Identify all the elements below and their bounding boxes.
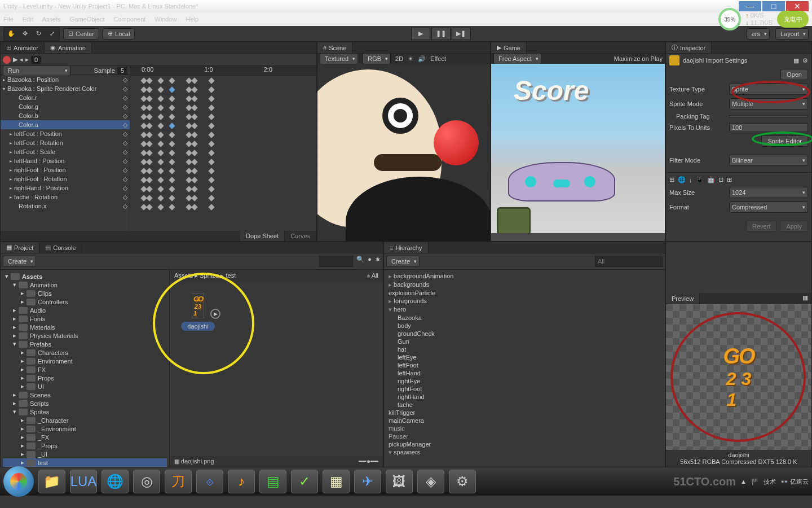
project-grid[interactable]: Assets ▸ Sprites ▸ test ♠ All GO 23 1 ▶ … — [170, 270, 383, 467]
hierarchy-item[interactable]: rightEye — [386, 377, 663, 385]
app8-icon[interactable]: ✈ — [354, 470, 381, 493]
tree-item[interactable]: ▸Physics Materials — [3, 331, 167, 340]
key-track[interactable] — [130, 112, 316, 121]
tree-item[interactable]: ▸Controllers — [3, 297, 167, 306]
clip-dropdown[interactable]: Run — [3, 66, 70, 76]
platform-default-icon[interactable]: ⊞ — [669, 176, 674, 183]
create-dropdown[interactable]: Create — [3, 256, 36, 267]
tree-item[interactable]: ▸_Environment — [3, 424, 167, 433]
light-toggle[interactable]: ☀ — [408, 55, 413, 63]
hierarchy-item[interactable]: hat — [386, 345, 663, 353]
ppu-field[interactable]: 100 — [729, 123, 808, 132]
tree-item[interactable]: ▸test — [3, 458, 167, 467]
key-track[interactable] — [130, 103, 316, 112]
key-track[interactable] — [130, 185, 316, 194]
sprite-editor-button[interactable]: Sprite Editor — [761, 135, 808, 147]
hierarchy-item[interactable]: body — [386, 322, 663, 330]
key-track[interactable] — [130, 167, 316, 176]
move-tool[interactable]: ✥ — [19, 29, 31, 39]
play-button[interactable]: ▶ — [411, 28, 430, 40]
menu-component[interactable]: Component — [113, 16, 145, 23]
tree-item[interactable]: ▸Environment — [3, 357, 167, 365]
step-button[interactable]: ▶❚ — [452, 28, 471, 40]
tab-animation[interactable]: ◉ Animation — [45, 42, 92, 53]
anim-prop-row[interactable]: ▸leftHand : Position◇ — [1, 156, 130, 165]
platform-ios-icon[interactable]: 📱 — [696, 176, 704, 183]
tree-item[interactable]: ▸Characters — [3, 348, 167, 357]
hierarchy-item[interactable]: pickupManager — [386, 440, 663, 448]
game-view[interactable]: Score — [491, 64, 665, 241]
hierarchy-tree[interactable]: backgroundAnimationbackgroundsexplosionP… — [384, 270, 665, 459]
tree-item[interactable]: ▸_Character — [3, 416, 167, 424]
key-track[interactable] — [130, 130, 316, 139]
hierarchy-item[interactable]: Bazooka — [386, 314, 663, 322]
chrome-icon[interactable]: 🌐 — [102, 470, 129, 493]
platform-bb-icon[interactable]: ⊡ — [718, 176, 723, 183]
hierarchy-item[interactable]: groundCheck — [386, 330, 663, 338]
tree-item[interactable]: ▾Sprites — [3, 408, 167, 416]
maximize-toggle[interactable]: Maximize on Play — [614, 55, 663, 62]
tab-animator[interactable]: ⊞ Animator — [1, 42, 45, 53]
hierarchy-item[interactable]: rightFoot — [386, 385, 663, 393]
create-hier-dropdown[interactable]: Create — [386, 256, 420, 267]
key-track[interactable] — [130, 121, 316, 130]
key-track[interactable] — [130, 194, 316, 203]
pivot-center[interactable]: ⊡ Center — [63, 28, 99, 40]
menu-assets[interactable]: Assets — [42, 16, 61, 23]
menu-gameobject[interactable]: GameObject — [70, 16, 105, 23]
menu-window[interactable]: Window — [155, 16, 176, 23]
tray-ime-icon[interactable]: 👓 亿速云 — [780, 478, 809, 486]
hierarchy-item[interactable]: Pauser — [386, 432, 663, 440]
tree-item[interactable]: ▸Fonts — [3, 314, 167, 323]
settings-icon[interactable]: ⚙ — [802, 57, 808, 64]
tree-item[interactable]: ▸FX — [3, 365, 167, 374]
tab-console[interactable]: ▤ Console — [39, 242, 82, 253]
tab-project[interactable]: ▦ Project — [1, 242, 39, 253]
tree-assets-root[interactable]: ▾ Assets — [3, 272, 167, 281]
hier-search-input[interactable] — [595, 256, 663, 267]
scene-view[interactable] — [317, 64, 490, 241]
platform-web-icon[interactable]: 🌐 — [678, 176, 686, 183]
hierarchy-item[interactable]: backgrounds — [386, 281, 663, 289]
tree-item[interactable]: ▾Animation — [3, 281, 167, 289]
tree-item[interactable]: ▸_Props — [3, 441, 167, 450]
2d-toggle[interactable]: 2D — [395, 55, 403, 62]
tree-item[interactable]: ▸UI — [3, 382, 167, 391]
key-track[interactable] — [130, 148, 316, 157]
app5-icon[interactable]: ▤ — [259, 470, 286, 493]
hierarchy-item[interactable]: killTrigger — [386, 409, 663, 417]
filter-mode-dropdown[interactable]: Bilinear — [729, 155, 808, 166]
tree-item[interactable]: ▸Scripts — [3, 399, 167, 408]
key-track[interactable] — [130, 176, 316, 185]
layers-dropdown[interactable]: ers — [747, 28, 770, 40]
timeline-ruler[interactable]: 0:00 1:0 2:0 — [130, 66, 316, 76]
hierarchy-item[interactable]: Gun — [386, 338, 663, 345]
apply-button[interactable]: Apply — [780, 221, 808, 232]
menu-file[interactable]: File — [3, 16, 14, 23]
next-key-button[interactable]: ▸ — [25, 56, 29, 63]
sprite-mode-dropdown[interactable]: Multiple — [729, 98, 808, 110]
tree-item[interactable]: ▸Props — [3, 374, 167, 382]
hierarchy-item[interactable]: backgroundAnimation — [386, 272, 663, 281]
packing-tag-field[interactable] — [729, 115, 808, 117]
tree-item[interactable]: ▸_FX — [3, 433, 167, 441]
project-tree[interactable]: ▾ Assets ▾Animation▸Clips▸Controllers▸Au… — [1, 270, 170, 467]
tab-preview[interactable]: Preview — [666, 293, 700, 304]
key-track[interactable] — [130, 203, 316, 212]
pause-button[interactable]: ❚❚ — [431, 28, 451, 40]
anim-prop-row[interactable]: ▸Bazooka : Position◇ — [1, 75, 130, 84]
hand-tool[interactable]: ✋ — [5, 29, 17, 39]
format-dropdown[interactable]: Compressed — [729, 202, 808, 213]
anim-play-button[interactable]: ▶ — [13, 56, 17, 63]
audio-toggle[interactable]: 🔊 — [418, 55, 426, 63]
help-icon[interactable]: ▦ — [793, 57, 799, 64]
anim-prop-row[interactable]: Color.b◇ — [1, 111, 130, 120]
anim-prop-row[interactable]: ▸leftFoot : Scale◇ — [1, 147, 130, 156]
tree-item[interactable]: ▸Scenes — [3, 391, 167, 399]
hierarchy-item[interactable]: leftFoot — [386, 361, 663, 369]
anim-prop-row[interactable]: ▸leftFoot : Position◇ — [1, 129, 130, 138]
scale-tool[interactable]: ⤢ — [46, 29, 58, 39]
app1-icon[interactable]: ◎ — [133, 470, 160, 493]
tab-inspector[interactable]: ⓘ Inspector — [666, 42, 712, 53]
tray-net-icon[interactable]: 🏴 — [751, 478, 759, 485]
